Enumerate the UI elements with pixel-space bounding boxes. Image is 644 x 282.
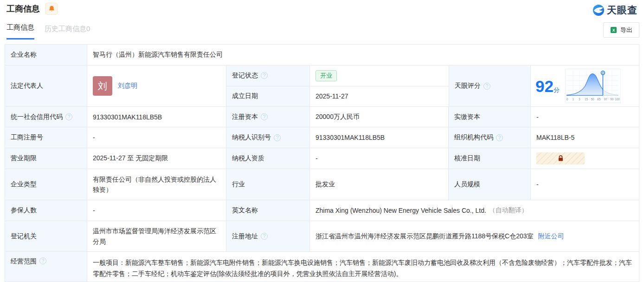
establish-date-label: 成立日期 [226,86,310,107]
help-icon[interactable]: ? [65,113,72,120]
lock-icon [558,155,564,162]
insured-count-value: - [87,200,226,221]
svg-text:50: 50 [591,98,594,101]
tab-bar: 工商信息 历史工商信息0 [6,23,90,39]
status-badge: 开业 [316,70,337,81]
credit-code-label-cell: 统一社会信用代码 ? [5,107,87,127]
business-info-panel: 工商信息 天眼查 工商信息 历史工商信息0 X 导出 [0,0,644,282]
table-row: 登记机关 温州市市场监督管理局海洋经济发展示范区分局 注册地址 ? 浙江省温州市… [5,221,639,252]
business-scope-text: 一般项目：新能源汽车整车销售；新能源汽车电附件销售；新能源汽车换电设施销售；汽车… [93,257,633,280]
tianyan-score-label: 天眼评分 [455,82,481,90]
business-scope-label-cell: 经营范围 ? [5,252,87,282]
reg-authority-label: 登记机关 [5,221,87,251]
business-term-value: 2025-11-27 至 无固定期限 [87,148,226,169]
score-distribution-chart[interactable]: 0 1 3 15 50 85 97 99 100 [565,69,621,103]
svg-text:85: 85 [597,98,601,101]
reg-address-label: 注册地址 [232,232,258,241]
paid-capital-value: - [531,107,639,127]
legal-rep-name-link[interactable]: 刘彦明 [118,82,137,90]
org-code-label-cell: 组织机构代码 ? [449,127,531,148]
excel-icon: X [610,26,617,33]
table-row: 参保人数 - 英文名称 Zhima Xing (Wenzhou) New Ene… [5,200,639,221]
legal-rep-label: 法定代表人 [5,66,87,106]
approval-date-locked-value[interactable] [536,152,585,164]
export-label: 导出 [620,26,632,34]
establish-date-subrow: 成立日期 2025-11-27 [226,86,449,107]
tab-history-business-info[interactable]: 历史工商信息0 [45,25,90,39]
help-icon[interactable]: ? [483,83,490,90]
reg-address-value: 浙江省温州市温州海洋经济发展示范区昆鹏街道雁升路1188号保税C仓203室 附近… [310,221,639,251]
credit-code-value: 91330301MAK118LB5B [87,107,226,127]
table-row: 企业类型 有限责任公司（非自然人投资或控股的法人独资） 行业 批发业 人员规模 … [5,169,639,200]
company-name-label: 企业名称 [5,45,87,65]
company-type-value: 有限责任公司（非自然人投资或控股的法人独资） [87,169,226,200]
establish-date-value: 2025-11-27 [310,86,449,107]
business-info-table: 企业名称 智马行（温州）新能源汽车销售有限责任公司 法定代表人 刘 刘彦明 登记… [5,44,639,282]
help-icon[interactable]: ? [496,134,503,141]
export-button[interactable]: X 导出 [603,22,639,38]
approval-date-label: 核准日期 [449,148,531,169]
tianyan-score-label-cell: 天眼评分 ? [449,66,531,106]
reg-address-label-cell: 注册地址 ? [226,221,310,251]
english-name-value: Zhima Xing (Wenzhou) New Energy Vehicle … [310,200,639,221]
bell-icon [48,5,55,13]
approval-date-value-cell [531,148,639,169]
table-row: 法定代表人 刘 刘彦明 登记状态 ? 开业 成立日期 2025-11-2 [5,66,639,107]
org-code-label: 组织机构代码 [454,133,493,142]
brand-logo[interactable]: 天眼查 [592,4,638,17]
tianyan-score-value-cell: 92 分 [531,66,639,106]
reg-address-text: 浙江省温州市温州海洋经济发展示范区昆鹏街道雁升路1188号保税C仓203室 [316,232,534,241]
subscribe-bell-button[interactable] [45,3,58,15]
svg-text:X: X [612,28,615,33]
paid-capital-label: 实缴资本 [449,107,531,127]
industry-value: 批发业 [310,169,449,200]
svg-text:100: 100 [615,98,620,101]
tab-business-info[interactable]: 工商信息 [6,23,34,39]
reg-status-subrow: 登记状态 ? 开业 [226,66,449,86]
table-row: 工商注册号 - 纳税人识别号 ? 91330301MAK118LB5B 组织机构… [5,127,639,148]
help-icon[interactable]: ? [261,233,268,240]
nearby-companies-link[interactable]: 附近公司 [538,232,564,241]
reg-authority-text: 温州市市场监督管理局海洋经济发展示范区分局 [93,226,220,247]
page-title: 工商信息 [6,3,40,14]
help-icon[interactable]: ? [274,134,281,141]
help-icon[interactable]: ? [261,72,268,79]
table-row: 经营范围 ? 一般项目：新能源汽车整车销售；新能源汽车电附件销售；新能源汽车换电… [5,252,639,282]
business-term-label: 营业期限 [5,148,87,169]
status-date-subgrid: 登记状态 ? 开业 成立日期 2025-11-27 [226,66,449,106]
svg-text:0: 0 [567,98,568,101]
legal-rep-avatar[interactable]: 刘 [93,76,112,96]
svg-text:15: 15 [585,98,588,101]
score-unit: 分 [554,86,560,94]
reg-status-label-cell: 登记状态 ? [226,66,310,86]
taxpayer-id-value: 91330301MAK118LB5B [310,127,449,148]
tianyancha-logo-icon [592,4,605,16]
svg-text:99: 99 [610,98,614,101]
table-row: 营业期限 2025-11-27 至 无固定期限 纳税人资质 - 核准日期 [5,148,639,169]
reg-number-label: 工商注册号 [5,127,87,148]
english-name-text: Zhima Xing (Wenzhou) New Energy Vehicle … [316,207,486,214]
score-value: 92 [535,78,554,94]
reg-number-value: - [87,127,226,148]
business-scope-value: 一般项目：新能源汽车整车销售；新能源汽车电附件销售；新能源汽车换电设施销售；汽车… [87,252,639,282]
auto-translate-note: （自动翻译） [489,206,528,215]
reg-status-value-cell: 开业 [310,66,449,86]
english-name-label: 英文名称 [226,200,310,221]
industry-label: 行业 [226,169,310,200]
table-row: 企业名称 智马行（温州）新能源汽车销售有限责任公司 [5,45,639,66]
table-row: 统一社会信用代码 ? 91330301MAK118LB5B 注册资本 ? 200… [5,107,639,127]
help-icon[interactable]: ? [39,257,46,264]
taxpayer-qualification-label: 纳税人资质 [226,148,310,169]
reg-authority-value: 温州市市场监督管理局海洋经济发展示范区分局 [87,221,226,251]
staff-size-value: - [531,169,639,200]
staff-size-label: 人员规模 [449,169,531,200]
reg-capital-value: 20000万人民币 [310,107,449,127]
reg-capital-label-cell: 注册资本 ? [226,107,310,127]
company-type-label: 企业类型 [5,169,87,200]
credit-code-label: 统一社会信用代码 [11,113,63,121]
section-header: 工商信息 [6,3,58,15]
reg-capital-label: 注册资本 [232,113,258,121]
help-icon[interactable]: ? [261,113,268,120]
svg-text:97: 97 [604,98,608,101]
svg-text:1: 1 [572,98,574,101]
